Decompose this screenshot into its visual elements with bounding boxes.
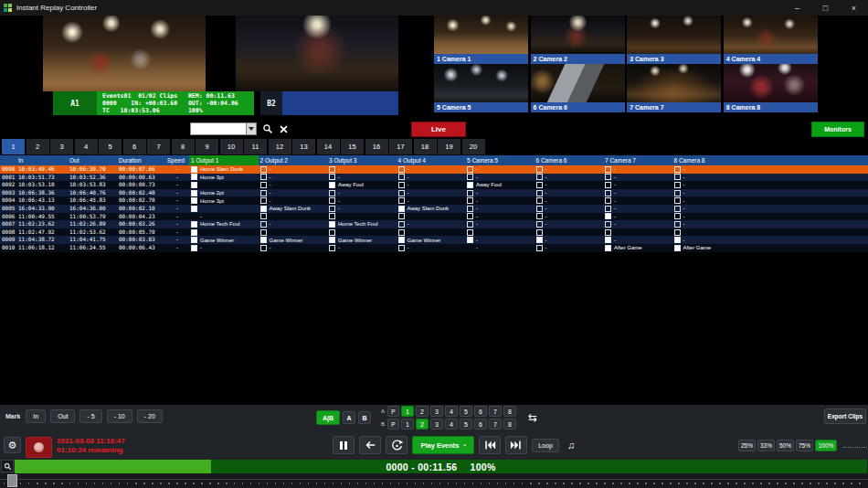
event-checkbox[interactable] [674,182,681,188]
tab-5[interactable]: 5 [99,139,122,154]
event-checkbox[interactable] [191,197,197,204]
event-checkbox[interactable] [260,182,267,188]
event-checkbox[interactable] [674,174,681,180]
camera-1-select-a[interactable]: 1 [401,406,414,417]
close-button[interactable]: × [840,0,868,16]
mark-in-button[interactable]: In [26,409,46,423]
event-checkbox[interactable] [467,190,473,196]
tab-1[interactable]: 1 [2,139,25,154]
event-checkbox[interactable] [260,221,267,228]
event-checkbox[interactable] [536,237,543,243]
playback-progress-bar[interactable]: 0000 - 00:11.56 100% [15,460,867,473]
export-clips-button[interactable]: Export Clips [824,408,866,424]
zoom-25pct-button[interactable]: 25% [738,440,756,451]
table-row-0009[interactable]: 000911:04:38.7211:04:41.7500:00:03.03-Ga… [0,236,868,244]
event-checkbox[interactable] [398,229,405,236]
camera-thumb-2[interactable] [531,16,625,54]
event-checkbox[interactable] [260,245,267,251]
col-header-7-camera-7[interactable]: 7 Camera 7 [603,155,672,165]
speed-slider[interactable] [843,440,868,451]
maximize-button[interactable]: □ [811,0,840,16]
tab-15[interactable]: 15 [341,139,364,154]
event-checkbox[interactable] [191,206,197,212]
col-header-duration[interactable]: Duration [117,155,165,165]
event-checkbox[interactable] [674,237,681,243]
zoom-50pct-button[interactable]: 50% [777,440,794,451]
event-checkbox[interactable] [398,166,405,173]
event-checkbox[interactable] [329,182,335,188]
gear-icon[interactable]: ⚙ [4,437,21,453]
tab-8[interactable]: 8 [172,139,195,154]
event-checkbox[interactable] [398,182,405,188]
event-checkbox[interactable] [605,166,611,173]
camera-7-select-b[interactable]: 7 [489,419,502,430]
event-checkbox[interactable] [260,229,267,236]
program-monitor-b[interactable] [236,16,398,91]
tab-11[interactable]: 11 [244,139,267,154]
camera-6-select-a[interactable]: 6 [474,406,487,417]
event-checkbox[interactable] [536,190,543,196]
channel-a-button[interactable]: A [343,411,355,424]
tab-10[interactable]: 10 [220,139,243,154]
channel-b-button[interactable]: B [358,411,371,424]
table-row-0010[interactable]: 001011:06:18.1211:06:24.5500:00:06.43---… [0,244,868,252]
event-checkbox[interactable] [329,213,335,219]
camera-thumb-5[interactable] [434,64,528,102]
event-checkbox[interactable] [605,245,611,251]
col-header-col-index[interactable] [0,155,16,165]
camera-thumb-8[interactable] [724,64,818,102]
event-checkbox[interactable] [260,197,267,204]
zoom-33pct-button[interactable]: 33% [757,440,775,451]
event-checkbox[interactable] [674,166,681,173]
event-checkbox[interactable] [674,197,681,204]
loop-button[interactable]: Loop [532,439,559,452]
tab-19[interactable]: 19 [438,139,460,154]
camera-thumb-6[interactable] [531,64,625,102]
table-row-0001[interactable]: 000110:03:51.7310:03:52.3600:00:00.63-Ho… [0,174,868,182]
camera-1-select-b[interactable]: 1 [401,419,414,430]
event-checkbox[interactable] [329,245,335,251]
event-checkbox[interactable] [605,237,611,243]
event-checkbox[interactable] [536,213,543,219]
music-note-icon[interactable]: ♫ [564,436,578,454]
timeline-scrub-strip[interactable] [0,473,868,488]
event-checkbox[interactable] [467,174,473,180]
clear-search-icon[interactable] [279,124,289,134]
event-checkbox[interactable] [329,221,335,228]
camera-5-select-b[interactable]: 5 [460,419,472,430]
event-checkbox[interactable] [191,237,197,243]
tab-13[interactable]: 13 [292,139,315,154]
event-checkbox[interactable] [398,237,405,243]
swap-icon[interactable]: ⇆ [525,410,540,425]
camera-thumb-1[interactable] [434,16,528,54]
minimize-button[interactable]: – [783,0,811,16]
col-header-1-output-1[interactable]: 1 Output 1 [189,155,259,165]
event-checkbox[interactable] [605,197,611,204]
event-checkbox[interactable] [260,174,267,180]
event-checkbox[interactable] [329,166,335,173]
col-header-speed[interactable]: Speed [165,155,189,165]
event-checkbox[interactable] [329,237,335,243]
table-row-0008[interactable]: 000811:02:47.9211:02:53.6200:00:05.70- [0,228,868,237]
table-row-0000[interactable]: 000010:03:49.4610:06:39.7000:00:07.66-Ho… [0,165,868,174]
skip-start-button[interactable] [479,436,501,454]
tab-2[interactable]: 2 [26,139,49,154]
event-checkbox[interactable] [674,190,681,196]
tab-7[interactable]: 7 [147,139,170,154]
camera-7-select-a[interactable]: 7 [489,406,502,417]
tab-4[interactable]: 4 [75,139,98,154]
timeline-zoom-button[interactable] [1,460,14,472]
table-row-0006[interactable]: 000611:00:49.5511:00:53.7900:00:04.23---… [0,213,868,221]
event-checkbox[interactable] [467,182,473,188]
tab-14[interactable]: 14 [317,139,340,154]
col-header-5-camera-5[interactable]: 5 Camera 5 [465,155,535,165]
tab-17[interactable]: 17 [389,139,412,154]
event-checkbox[interactable] [467,213,473,219]
event-checkbox[interactable] [674,206,681,212]
tab-20[interactable]: 20 [462,139,485,154]
ab-link-button[interactable]: A|B [316,410,340,425]
camera-thumb-7[interactable] [627,64,721,102]
table-row-0005[interactable]: 000516:04:33.9016:04:36.0000:00:02.10-Aw… [0,205,868,213]
tab-12[interactable]: 12 [269,139,291,154]
scrub-handle[interactable] [7,474,17,487]
